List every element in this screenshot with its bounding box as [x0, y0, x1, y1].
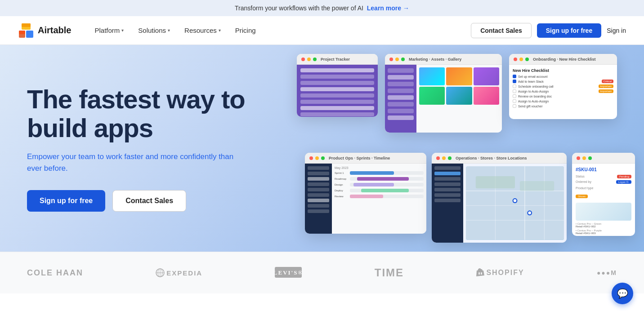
expedia-icon — [156, 268, 165, 277]
hero-buttons: Sign up for free Contact Sales — [27, 190, 279, 212]
svg-text:Levi's®: Levi's® — [275, 269, 302, 276]
marketing-gallery-screen: Marketing · Assets · Gallery — [385, 54, 502, 133]
cole-haan-logo: COLE HAAN — [27, 268, 83, 278]
nav-solutions[interactable]: Solutions ▾ — [133, 23, 175, 38]
nav-actions: Contact Sales Sign up for free Sign in — [471, 23, 626, 38]
time-logo: TIME — [375, 266, 404, 279]
operations-map-screen: Operations · Stores · Store Locations — [432, 153, 567, 243]
hero-subtitle: Empower your team to work faster and mor… — [27, 151, 234, 174]
onboarding-screen: Onboarding · New Hire Checklist New Hire… — [509, 54, 617, 119]
airtable-logo-icon — [18, 22, 34, 39]
screenshot-group-bottom: Product Ops · Sprints · Timeline — [305, 153, 635, 243]
svg-rect-13 — [476, 176, 515, 188]
nav-signup-button[interactable]: Sign up for free — [537, 23, 601, 38]
solutions-chevron-icon: ▾ — [168, 28, 170, 33]
hero-contact-button[interactable]: Contact Sales — [112, 190, 186, 212]
okta-logo: ●●●m — [597, 269, 617, 276]
svg-rect-3 — [26, 31, 33, 38]
banner-text: Transform your workflows with the power … — [235, 4, 363, 12]
nav-resources[interactable]: Resources ▾ — [179, 23, 226, 38]
svg-rect-2 — [19, 31, 25, 34]
signin-button[interactable]: Sign in — [607, 27, 626, 34]
project-tracker-screen: Project Tracker — [297, 54, 378, 117]
logo-link[interactable]: Airtable — [18, 22, 71, 39]
platform-chevron-icon: ▾ — [121, 28, 124, 33]
svg-rect-5 — [22, 23, 31, 27]
svg-point-18 — [528, 212, 531, 215]
svg-rect-26 — [481, 272, 482, 275]
resources-chevron-icon: ▾ — [219, 28, 221, 33]
hero-content: The fastest way to build apps Empower yo… — [27, 85, 279, 212]
shopify-logo: shopify — [476, 268, 524, 277]
sku-chart — [576, 203, 631, 221]
nav-pricing[interactable]: Pricing — [230, 23, 261, 38]
banner-link[interactable]: Learn more → — [367, 4, 409, 12]
navigation: Airtable Platform ▾ Solutions ▾ Resource… — [0, 16, 644, 45]
hero-title: The fastest way to build apps — [27, 85, 279, 142]
hero-screenshots: Project Tracker — [302, 45, 644, 252]
levis-logo: Levi's® — [275, 267, 302, 279]
shopify-bag-icon — [476, 268, 484, 277]
svg-point-16 — [514, 199, 517, 202]
expedia-logo: Expedia — [156, 268, 202, 277]
hero-section: The fastest way to build apps Empower yo… — [0, 45, 644, 252]
logo-text: Airtable — [38, 25, 71, 35]
productops-timeline-screen: Product Ops · Sprints · Timeline — [305, 153, 426, 234]
chat-icon: 💬 — [617, 288, 628, 293]
customers-bar: COLE HAAN Expedia Levi's® TIME shopify ●… — [0, 252, 644, 293]
top-banner: Transform your workflows with the power … — [0, 0, 644, 16]
levis-badge-icon: Levi's® — [275, 267, 302, 278]
hero-signup-button[interactable]: Sign up for free — [27, 190, 105, 212]
svg-rect-14 — [520, 181, 554, 191]
svg-rect-25 — [479, 272, 480, 275]
sku-detail-screen: #SKU-001 Status Pending Ordered by Logan… — [572, 153, 635, 236]
nav-platform[interactable]: Platform ▾ — [89, 23, 129, 38]
nav-links: Platform ▾ Solutions ▾ Resources ▾ Prici… — [89, 23, 471, 38]
map-svg — [466, 166, 564, 240]
contact-sales-button[interactable]: Contact Sales — [471, 23, 532, 38]
screenshot-group-top: Project Tracker — [297, 54, 617, 133]
